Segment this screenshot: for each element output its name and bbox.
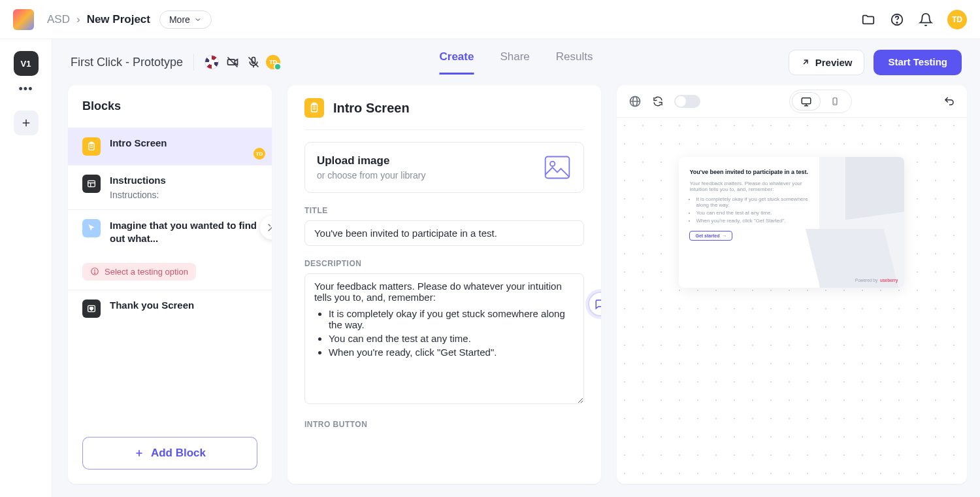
- block-title: Instructions: [110, 175, 257, 186]
- preview-toggle[interactable]: [674, 95, 700, 108]
- svg-rect-26: [546, 157, 570, 179]
- svg-line-5: [228, 58, 238, 67]
- help-icon[interactable]: [890, 12, 904, 27]
- svg-rect-13: [88, 180, 95, 186]
- warning-text: Select a testing option: [105, 267, 188, 277]
- more-button[interactable]: More: [159, 10, 212, 29]
- add-block-label: Add Block: [151, 447, 206, 460]
- tab-results[interactable]: Results: [556, 50, 593, 75]
- preview-canvas[interactable]: You've been invited to participate in a …: [617, 118, 967, 484]
- rail-add-button[interactable]: [14, 111, 39, 135]
- description-intro: Your feedback matters. Please do whateve…: [314, 281, 562, 303]
- pointer-icon: [82, 219, 101, 237]
- open-external-icon: [801, 58, 810, 67]
- main-area: First Click - Prototype TD Create Share …: [52, 39, 980, 497]
- preview-mock: You've been invited to participate in a …: [679, 157, 904, 288]
- tab-create[interactable]: Create: [440, 50, 474, 75]
- block-item-thankyou[interactable]: Thank you Screen: [68, 290, 272, 327]
- preview-button[interactable]: Preview: [789, 50, 865, 75]
- description-label: DESCRIPTION: [304, 259, 584, 268]
- upload-subtitle: or choose from your library: [317, 170, 426, 180]
- add-block-button[interactable]: Add Block: [82, 437, 257, 470]
- language-flag-icon[interactable]: [204, 55, 219, 69]
- block-title: Thank you Screen: [110, 300, 257, 311]
- preview-button-label: Preview: [815, 57, 853, 68]
- layout-icon: [82, 175, 101, 193]
- editor-heading: Intro Screen: [333, 101, 410, 116]
- sub-header: First Click - Prototype TD Create Share …: [52, 39, 980, 85]
- mock-bullet: It is completely okay if you get stuck s…: [696, 196, 809, 208]
- version-chip[interactable]: V1: [14, 51, 39, 76]
- blocks-panel: Blocks Intro Screen TD Instructions Inst…: [68, 85, 272, 484]
- mic-off-icon[interactable]: [246, 55, 261, 69]
- divider: [193, 54, 194, 71]
- mock-get-started-button: Get started→: [689, 231, 732, 241]
- sync-icon[interactable]: [652, 95, 664, 107]
- description-textarea[interactable]: Your feedback matters. Please do whateve…: [304, 273, 584, 404]
- notification-icon[interactable]: [919, 12, 933, 27]
- more-button-label: More: [169, 14, 190, 25]
- block-presence-avatar: TD: [253, 148, 265, 160]
- breadcrumb-project[interactable]: New Project: [87, 13, 150, 26]
- header-actions: TD: [861, 10, 967, 29]
- tab-share[interactable]: Share: [500, 50, 529, 75]
- upload-title: Upload image: [317, 154, 426, 167]
- description-bullet: It is completely okay if you get stuck s…: [329, 308, 574, 330]
- block-item-task[interactable]: Imagine that you wanted to find out what…: [68, 209, 272, 290]
- block-item-intro[interactable]: Intro Screen TD: [68, 128, 272, 165]
- folder-icon[interactable]: [861, 12, 875, 27]
- chevron-down-icon: [194, 16, 202, 24]
- title-input[interactable]: [304, 220, 584, 246]
- undo-icon[interactable]: [943, 95, 955, 107]
- heart-card-icon: [82, 300, 101, 318]
- app-logo[interactable]: [13, 9, 34, 30]
- svg-point-1: [896, 22, 897, 22]
- block-item-instructions[interactable]: Instructions Instructions:: [68, 165, 272, 209]
- mock-heading: You've been invited to participate in a …: [689, 169, 809, 177]
- start-testing-button[interactable]: Start Testing: [874, 50, 962, 75]
- device-segment: [789, 90, 852, 113]
- image-icon: [543, 153, 572, 182]
- powered-by: Powered by useberry: [855, 278, 898, 283]
- editor-panel: Intro Screen Upload image or choose from…: [287, 85, 601, 484]
- preview-panel: You've been invited to participate in a …: [617, 85, 967, 484]
- mock-bullet: When you're ready, click "Get Started".: [696, 218, 809, 224]
- center-tabs: Create Share Results: [440, 50, 593, 75]
- block-title: Imagine that you wanted to find out what…: [110, 219, 257, 246]
- clipboard-icon: [82, 137, 101, 156]
- breadcrumb: ASD › New Project: [47, 13, 150, 26]
- description-bullet: When you're ready, click "Get Started".: [329, 347, 574, 358]
- svg-rect-31: [802, 97, 811, 103]
- intro-button-label: INTRO BUTTON: [304, 420, 584, 429]
- rail-more-icon[interactable]: •••: [19, 82, 33, 96]
- svg-point-27: [550, 162, 555, 166]
- block-title: Intro Screen: [110, 137, 257, 148]
- device-mobile[interactable]: [821, 92, 849, 111]
- globe-icon[interactable]: [629, 95, 642, 108]
- warning-pill[interactable]: Select a testing option: [82, 263, 196, 281]
- preview-toolbar: [617, 85, 967, 118]
- blocks-heading: Blocks: [68, 85, 272, 128]
- camera-off-icon[interactable]: [225, 55, 240, 69]
- svg-point-18: [94, 273, 95, 273]
- top-header: ASD › New Project More TD: [0, 0, 980, 39]
- presence-avatar[interactable]: TD: [266, 55, 280, 69]
- mock-bullet: You can end the test at any time.: [696, 210, 809, 216]
- block-subtitle: Instructions:: [110, 190, 257, 200]
- chevron-right-icon: ›: [76, 13, 80, 26]
- upload-image-card[interactable]: Upload image or choose from your library: [304, 142, 584, 193]
- title-label: TITLE: [304, 206, 584, 215]
- description-bullet: You can end the test at any time.: [329, 333, 574, 344]
- device-desktop[interactable]: [792, 92, 821, 111]
- breadcrumb-workspace[interactable]: ASD: [47, 13, 70, 26]
- user-avatar[interactable]: TD: [947, 10, 967, 29]
- mock-paragraph: Your feedback matters. Please do whateve…: [689, 180, 809, 192]
- version-rail: V1 •••: [0, 39, 52, 497]
- clipboard-icon: [304, 98, 324, 118]
- comment-bubble-icon[interactable]: [588, 292, 601, 317]
- test-title[interactable]: First Click - Prototype: [71, 56, 183, 69]
